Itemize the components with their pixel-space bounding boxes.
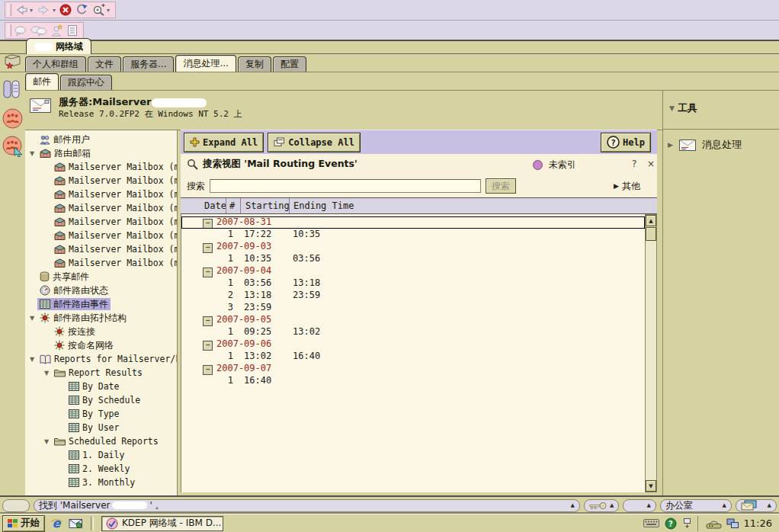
tree-item[interactable]: Mailserver Mailbox (mai: [25, 215, 177, 229]
tree-item[interactable]: ▼Report Results: [25, 366, 177, 380]
tree-item[interactable]: 1. Daily: [25, 448, 177, 462]
twisty-expanded-icon[interactable]: ▼: [27, 356, 37, 363]
event-row[interactable]: 110:3503:56: [181, 253, 645, 265]
tree-item[interactable]: By Schedule: [25, 393, 177, 407]
status-segment-blank2[interactable]: ▲: [623, 499, 656, 512]
twisty-expanded-icon[interactable]: ▼: [41, 370, 52, 377]
add-person-button[interactable]: [50, 24, 64, 37]
search-input[interactable]: [210, 179, 481, 193]
status-segment-security[interactable]: ▲: [584, 499, 619, 512]
collapse-box-icon[interactable]: −: [203, 219, 213, 229]
tree-item[interactable]: ▼邮件路由拓扑结构: [25, 311, 177, 325]
mail-quicklaunch-icon[interactable]: [69, 518, 83, 529]
tree-item[interactable]: ▼路由邮箱: [25, 146, 177, 160]
keyboard-tray-icon[interactable]: [643, 518, 659, 528]
column-header-number[interactable]: #: [226, 198, 241, 213]
tree-item[interactable]: 按连接: [25, 325, 177, 338]
tree-item[interactable]: Mailserver Mailbox (mai: [25, 187, 177, 201]
bookmark-folder-icon[interactable]: [2, 52, 22, 70]
green-tray-icon[interactable]: ?: [665, 518, 677, 530]
collapse-box-icon[interactable]: −: [203, 316, 213, 326]
ie-quicklaunch-icon[interactable]: e: [50, 516, 64, 530]
back-caret-icon[interactable]: ▾: [30, 7, 33, 14]
collapse-all-button[interactable]: Collapse All: [268, 133, 361, 152]
search-button-toolbar[interactable]: ▾: [91, 3, 111, 17]
twisty-expanded-icon[interactable]: ▼: [27, 150, 37, 157]
expand-all-button[interactable]: Expand All: [184, 133, 264, 152]
search-submit-button[interactable]: 搜索: [486, 178, 516, 194]
tree-item[interactable]: By User: [25, 421, 177, 434]
task-button-domino[interactable]: KDEP 网络域 - IBM D...: [101, 516, 223, 531]
date-group-row[interactable]: −2007-09-06: [181, 338, 645, 351]
tools-header[interactable]: ▼ 工具: [669, 101, 697, 115]
scroll-down-button[interactable]: ▼: [646, 480, 656, 492]
forward-button[interactable]: ▾: [36, 3, 56, 17]
tree-item[interactable]: Mailserver Mailbox (mai: [25, 256, 177, 270]
tab-configuration[interactable]: 配置: [273, 56, 306, 72]
search-caret-icon[interactable]: ▾: [107, 7, 110, 14]
tree-item[interactable]: Mailserver Mailbox (mai: [25, 242, 177, 256]
twisty-expanded-icon[interactable]: ▼: [41, 438, 52, 445]
date-group-row[interactable]: −2007-09-05: [181, 314, 645, 326]
refresh-button[interactable]: [75, 3, 89, 17]
more-options[interactable]: ▶ 其他: [614, 180, 640, 193]
search-help-button[interactable]: ?: [632, 159, 636, 169]
tree-item[interactable]: ▼Reports for Mailserver/kde: [25, 352, 177, 366]
groups-icon[interactable]: [2, 108, 23, 129]
tree-item[interactable]: Mailserver Mailbox (mai: [25, 201, 177, 215]
date-group-row[interactable]: −2007-09-07: [181, 363, 645, 375]
start-button[interactable]: 开始: [2, 515, 45, 532]
search-close-button[interactable]: ×: [647, 159, 655, 169]
tree-item[interactable]: 邮件路由事件: [25, 297, 177, 311]
network-tray-icon[interactable]: [726, 518, 739, 529]
forward-caret-icon[interactable]: ▾: [53, 7, 56, 14]
tab-replication[interactable]: 复制: [238, 56, 271, 72]
groups-cursor-icon[interactable]: [2, 136, 24, 157]
tree-item[interactable]: 按命名网络: [25, 338, 177, 352]
collapse-box-icon[interactable]: −: [203, 243, 213, 253]
window-tab-domain[interactable]: 网络域: [26, 38, 91, 54]
back-button[interactable]: ▾: [13, 3, 34, 17]
event-row[interactable]: 103:5613:18: [181, 277, 645, 290]
help-button[interactable]: ? Help: [601, 133, 651, 152]
status-segment-blank[interactable]: [2, 499, 30, 512]
databases-icon[interactable]: [2, 79, 21, 99]
tab-files[interactable]: 文件: [88, 56, 121, 72]
event-row[interactable]: 323:59: [181, 302, 645, 314]
tab-tracking-center[interactable]: 跟踪中心: [60, 75, 112, 90]
event-row[interactable]: 113:0216:40: [181, 351, 645, 363]
tree-item[interactable]: Mailserver Mailbox (mai: [25, 160, 177, 174]
tree-item[interactable]: 2. Weekly: [25, 462, 177, 476]
tool-item-messaging[interactable]: ▶ 消息处理: [668, 138, 742, 152]
restore-tray-icon[interactable]: [682, 518, 692, 529]
event-row[interactable]: 117:2210:35: [181, 229, 645, 241]
collapse-box-icon[interactable]: −: [203, 268, 213, 277]
scrollbar-thumb[interactable]: [646, 227, 656, 241]
event-row[interactable]: 116:40: [181, 375, 645, 387]
column-header-ending-time[interactable]: Ending Time: [290, 198, 657, 213]
collapse-box-icon[interactable]: −: [203, 365, 213, 375]
twisty-expanded-icon[interactable]: ▼: [27, 315, 37, 322]
column-header-date[interactable]: Date: [181, 198, 226, 213]
tree-item[interactable]: 邮件路由状态: [25, 284, 177, 297]
date-group-row[interactable]: −2007-09-03: [181, 241, 645, 253]
vertical-scrollbar[interactable]: ▲ ▼: [645, 214, 657, 492]
status-segment-location[interactable]: 办公室 ▲: [660, 499, 732, 512]
date-group-row[interactable]: −2007-08-31: [181, 216, 645, 229]
tree-item[interactable]: 邮件用户: [25, 133, 177, 146]
tree-item[interactable]: 共享邮件: [25, 270, 177, 284]
chevron-right-icon[interactable]: ▶: [668, 141, 673, 149]
tree-item[interactable]: ▼Scheduled Reports: [25, 434, 177, 448]
tree-item[interactable]: 3. Monthly: [25, 476, 177, 489]
tab-people-groups[interactable]: 个人和群组: [25, 56, 86, 72]
chat-button[interactable]: [13, 24, 27, 37]
event-row[interactable]: 109:2513:02: [181, 326, 645, 338]
tree-item[interactable]: Mailserver Mailbox (mai: [25, 229, 177, 242]
status-message-segment[interactable]: 找到 'Mailserver ' 。 ▲: [34, 499, 580, 512]
group-chat-button[interactable]: [30, 24, 48, 37]
status-segment-mail[interactable]: ▲: [736, 499, 777, 512]
modem-tray-icon[interactable]: [706, 518, 722, 529]
collapse-box-icon[interactable]: −: [203, 341, 213, 351]
tree-item[interactable]: By Date: [25, 380, 177, 393]
event-row[interactable]: 213:1823:59: [181, 290, 645, 302]
